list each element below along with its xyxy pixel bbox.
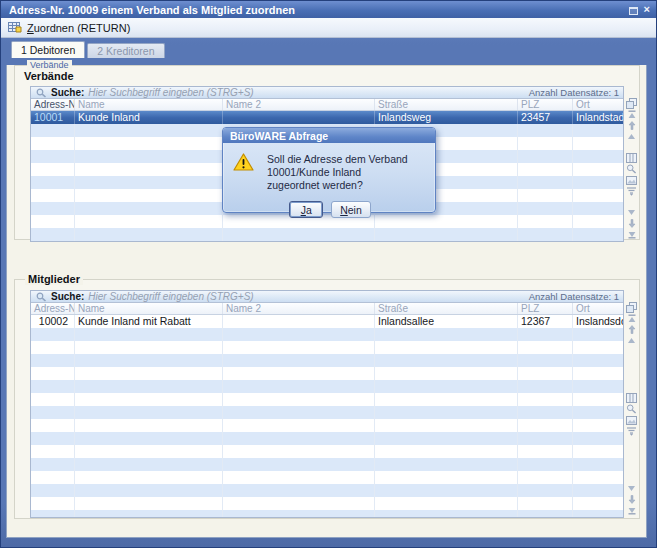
scroll-pagedown-icon[interactable] [625, 218, 638, 229]
table-row-empty[interactable] [31, 341, 623, 354]
scroll-pagedown-icon[interactable] [625, 494, 638, 505]
verbaende-search-input[interactable]: Hier Suchbegriff eingeben (STRG+S) [88, 87, 524, 98]
mitglieder-search-input[interactable]: Hier Suchbegriff eingeben (STRG+S) [88, 291, 524, 302]
mitglieder-table: Suche: Hier Suchbegriff eingeben (STRG+S… [30, 290, 624, 518]
restore-icon [629, 7, 638, 15]
column-header-strasse[interactable]: Straße [375, 303, 518, 314]
mitglieder-record-count: Anzahl Datensätze: 1 [529, 291, 619, 302]
verbaende-header-row: Adress-Nr. Name Name 2 Straße PLZ Ort [31, 99, 623, 111]
table-row-empty[interactable] [31, 458, 623, 471]
filter-icon[interactable] [625, 186, 638, 197]
verbaende-record-count: Anzahl Datensätze: 1 [529, 87, 619, 98]
table-row-empty[interactable] [31, 510, 623, 517]
column-header-ort[interactable]: Ort [573, 303, 623, 314]
dialog-body: Soll die Adresse dem Verband 10001/Kunde… [223, 143, 435, 218]
scroll-up-icon[interactable] [625, 335, 638, 346]
column-header-strasse[interactable]: Straße [375, 99, 518, 110]
column-header-plz[interactable]: PLZ [518, 303, 573, 314]
group-mitglieder-label: Mitglieder [25, 273, 83, 285]
verbaende-icon-strip [624, 98, 639, 240]
search-label: Suche: [51, 291, 84, 302]
dialog-message: Soll die Adresse dem Verband 10001/Kunde… [267, 153, 427, 192]
group-mitglieder: Mitglieder Suche: Hier Suchbegriff einge… [14, 279, 640, 519]
table-row-empty[interactable] [31, 419, 623, 432]
scroll-last-icon[interactable] [625, 229, 638, 240]
zuordnen-button[interactable]: Zuordnen (RETURN) [27, 22, 130, 34]
confirm-dialog: BüroWARE Abfrage Soll die Adresse dem Ve… [222, 127, 436, 213]
close-icon: × [644, 3, 650, 15]
column-header-name2[interactable]: Name 2 [223, 99, 375, 110]
preview-icon[interactable] [625, 175, 638, 186]
table-row-empty[interactable] [31, 328, 623, 341]
dialog-titlebar: BüroWARE Abfrage [223, 128, 435, 143]
column-header-name[interactable]: Name [75, 99, 223, 110]
filter-icon[interactable] [625, 426, 638, 437]
mitglieder-header-row: Adress-Nr. Name Name 2 Straße PLZ Ort [31, 303, 623, 315]
zoom-icon[interactable] [625, 164, 638, 175]
table-row-selected[interactable]: 10001 Kunde Inland Inlandsweg 23457 Inla… [31, 111, 623, 124]
verbaende-search-bar: Suche: Hier Suchbegriff eingeben (STRG+S… [31, 87, 623, 99]
table-row-empty[interactable] [31, 228, 623, 241]
no-button[interactable]: Nein [331, 201, 371, 218]
scroll-down-icon[interactable] [625, 207, 638, 218]
search-label: Suche: [51, 87, 84, 98]
tab-kreditoren[interactable]: 2 Kreditoren [87, 43, 164, 58]
table-row-empty[interactable] [31, 471, 623, 484]
copy-icon[interactable] [625, 302, 638, 313]
column-header-name[interactable]: Name [75, 303, 223, 314]
table-row[interactable]: 10002 Kunde Inland mit Rabatt Inlandsall… [31, 315, 623, 328]
scroll-last-icon[interactable] [625, 505, 638, 516]
scroll-first-icon[interactable] [625, 109, 638, 120]
table-row-empty[interactable] [31, 354, 623, 367]
warning-icon [233, 153, 254, 171]
column-header-ort[interactable]: Ort [573, 99, 623, 110]
group-verbaende-label: Verbände [27, 60, 72, 70]
preview-icon[interactable] [625, 415, 638, 426]
table-row-empty[interactable] [31, 393, 623, 406]
verbaende-caption: Verbände [24, 70, 639, 82]
toolbar: Zuordnen (RETURN) [1, 18, 656, 38]
tab-debitoren[interactable]: 1 Debitoren [11, 41, 85, 58]
zoom-icon[interactable] [625, 404, 638, 415]
yes-button[interactable]: Ja [289, 201, 323, 218]
scroll-first-icon[interactable] [625, 313, 638, 324]
column-header-adress-nr[interactable]: Adress-Nr. [31, 303, 75, 314]
app-window: Adress-Nr. 10009 einem Verband als Mitgl… [0, 0, 657, 548]
column-header-adress-nr[interactable]: Adress-Nr. [31, 99, 75, 110]
table-row-empty[interactable] [31, 432, 623, 445]
mitglieder-icon-strip [624, 302, 639, 516]
column-header-plz[interactable]: PLZ [518, 99, 573, 110]
restore-button[interactable] [629, 1, 638, 19]
table-row-empty[interactable] [31, 380, 623, 393]
scroll-pageup-icon[interactable] [625, 120, 638, 131]
scroll-up-icon[interactable] [625, 131, 638, 142]
copy-icon[interactable] [625, 98, 638, 109]
dialog-title: BüroWARE Abfrage [230, 130, 328, 142]
scroll-down-icon[interactable] [625, 483, 638, 494]
column-header-name2[interactable]: Name 2 [223, 303, 375, 314]
table-row-empty[interactable] [31, 367, 623, 380]
table-row-empty[interactable] [31, 445, 623, 458]
titlebar: Adress-Nr. 10009 einem Verband als Mitgl… [1, 1, 656, 18]
mitglieder-rows: 10002 Kunde Inland mit Rabatt Inlandsall… [31, 315, 623, 517]
window-title: Adress-Nr. 10009 einem Verband als Mitgl… [9, 4, 629, 16]
columns-icon[interactable] [625, 393, 638, 404]
mitglieder-search-bar: Suche: Hier Suchbegriff eingeben (STRG+S… [31, 291, 623, 303]
close-button[interactable]: × [644, 5, 650, 14]
zuordnen-icon [8, 19, 22, 37]
tabstrip: 1 Debitoren 2 Kreditoren [1, 38, 656, 58]
table-row-empty[interactable] [31, 406, 623, 419]
table-row-empty[interactable] [31, 497, 623, 510]
scroll-pageup-icon[interactable] [625, 324, 638, 335]
columns-icon[interactable] [625, 153, 638, 164]
table-row-empty[interactable] [31, 484, 623, 497]
